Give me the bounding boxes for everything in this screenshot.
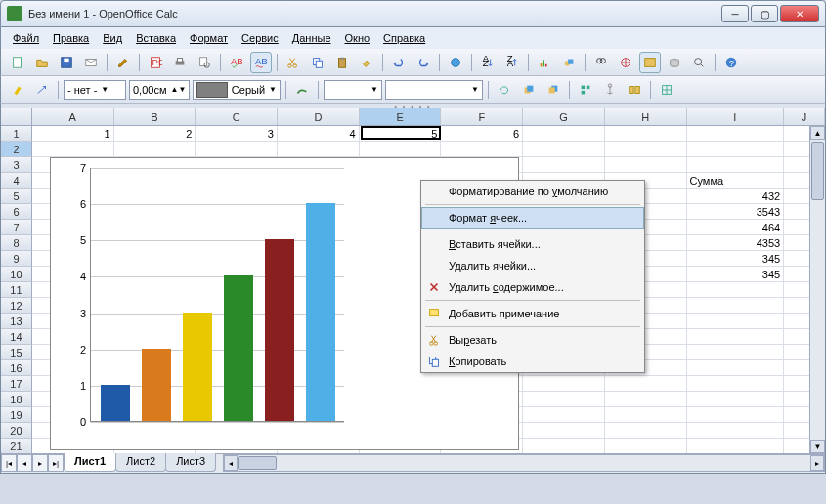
row-header[interactable]: 18 (1, 392, 32, 407)
row-header[interactable]: 3 (1, 157, 32, 173)
open-button[interactable] (31, 52, 53, 73)
row-header[interactable]: 20 (1, 423, 32, 439)
email-button[interactable] (80, 52, 102, 73)
group-button[interactable] (624, 79, 645, 101)
cell[interactable]: 5 (360, 126, 442, 142)
align-button[interactable] (575, 79, 596, 101)
context-menu-item[interactable]: Формат ячеек... (421, 207, 644, 229)
col-header-B[interactable]: B (114, 108, 196, 125)
undo-button[interactable] (388, 52, 410, 73)
vertical-scrollbar[interactable]: ▲ ▼ (809, 126, 825, 453)
row-header[interactable]: 5 (1, 189, 32, 204)
scroll-down-button[interactable]: ▼ (810, 440, 825, 453)
autospell-button[interactable]: ABC (250, 52, 272, 73)
cell[interactable] (605, 392, 687, 407)
line-arrow-button[interactable] (31, 79, 53, 101)
col-header-G[interactable]: G (523, 108, 605, 125)
col-header-H[interactable]: H (605, 108, 687, 125)
line-width-combo[interactable]: 0,00см▲▼ (129, 80, 190, 100)
cell[interactable] (605, 142, 687, 157)
horizontal-scrollbar[interactable]: ◂ ▸ (223, 454, 825, 472)
cell[interactable] (523, 126, 605, 142)
fill-style-combo[interactable]: ▼ (324, 80, 382, 100)
tab-first-button[interactable]: |◂ (1, 454, 17, 472)
cell[interactable] (196, 142, 278, 157)
to-back-button[interactable] (543, 79, 564, 101)
menu-tools[interactable]: Сервис (236, 30, 284, 46)
cell[interactable] (687, 345, 785, 360)
sort-asc-button[interactable]: AZ (477, 52, 499, 73)
row-header[interactable]: 17 (1, 376, 32, 392)
cell[interactable] (687, 407, 785, 423)
minimize-button[interactable]: ─ (721, 5, 749, 22)
tab-prev-button[interactable]: ◂ (17, 454, 32, 472)
cell[interactable] (605, 407, 687, 423)
menu-window[interactable]: Окно (339, 30, 376, 46)
cut-button[interactable] (283, 52, 304, 73)
fill-color-combo[interactable]: ▼ (385, 80, 483, 100)
tab-next-button[interactable]: ▸ (32, 454, 48, 472)
row-header[interactable]: 6 (1, 204, 32, 220)
sort-desc-button[interactable]: ZA (501, 52, 523, 73)
cell[interactable] (687, 157, 785, 173)
cell[interactable]: 6 (441, 126, 523, 142)
row-header[interactable]: 12 (1, 298, 32, 314)
cell[interactable] (605, 439, 687, 453)
col-header-J[interactable]: J (784, 108, 825, 125)
cell[interactable]: Сумма (687, 173, 785, 189)
cell[interactable] (687, 329, 785, 345)
hscroll-thumb[interactable] (238, 456, 277, 470)
sheet-tab-2[interactable]: Лист2 (115, 453, 166, 472)
cell[interactable] (687, 298, 785, 314)
sheet-tab-1[interactable]: Лист1 (64, 453, 116, 472)
row-header[interactable]: 14 (1, 329, 32, 345)
cell[interactable] (687, 142, 785, 157)
cell[interactable]: 1 (32, 126, 114, 142)
col-header-F[interactable]: F (441, 108, 523, 125)
cell[interactable]: 464 (687, 220, 785, 235)
cell[interactable] (523, 423, 605, 439)
select-all-corner[interactable] (1, 108, 32, 125)
cell[interactable] (605, 126, 687, 142)
cell[interactable]: 432 (687, 189, 785, 204)
area-button[interactable] (291, 79, 313, 101)
maximize-button[interactable]: ▢ (751, 5, 778, 22)
col-header-I[interactable]: I (687, 108, 785, 125)
cell[interactable]: 4353 (687, 235, 785, 251)
menu-insert[interactable]: Вставка (130, 30, 182, 46)
menu-format[interactable]: Формат (184, 30, 234, 46)
grid-button[interactable] (656, 79, 677, 101)
cell[interactable] (523, 142, 605, 157)
context-menu-item[interactable]: Удалить ячейки... (421, 255, 644, 276)
cell[interactable] (687, 126, 785, 142)
copy-button[interactable] (307, 52, 328, 73)
sheet-tab-3[interactable]: Лист3 (165, 453, 216, 472)
line-color-combo[interactable]: Серый▼ (193, 80, 281, 100)
line-style-combo[interactable]: - нет -▼ (64, 80, 126, 100)
cell[interactable] (360, 142, 442, 157)
row-header[interactable]: 4 (1, 173, 32, 189)
row-header[interactable]: 10 (1, 267, 32, 282)
scroll-right-button[interactable]: ▸ (810, 455, 824, 471)
menu-help[interactable]: Справка (377, 30, 431, 46)
row-header[interactable]: 15 (1, 345, 32, 360)
cell[interactable] (441, 142, 523, 157)
row-header[interactable]: 8 (1, 235, 32, 251)
cell[interactable] (687, 360, 785, 376)
drawings-button[interactable] (558, 52, 580, 73)
cell[interactable] (523, 392, 605, 407)
cell[interactable] (687, 376, 785, 392)
row-header[interactable]: 11 (1, 282, 32, 298)
cell[interactable] (687, 392, 785, 407)
paint-button[interactable] (356, 52, 377, 73)
menu-view[interactable]: Вид (97, 30, 128, 46)
scroll-left-button[interactable]: ◂ (224, 455, 238, 471)
anchor-button[interactable] (599, 79, 621, 101)
cell[interactable] (114, 142, 196, 157)
cell[interactable] (687, 439, 785, 453)
cell[interactable] (687, 423, 785, 439)
cell[interactable]: 345 (687, 251, 785, 267)
row-header[interactable]: 13 (1, 314, 32, 329)
link-button[interactable] (445, 52, 466, 73)
print-button[interactable] (169, 52, 191, 73)
